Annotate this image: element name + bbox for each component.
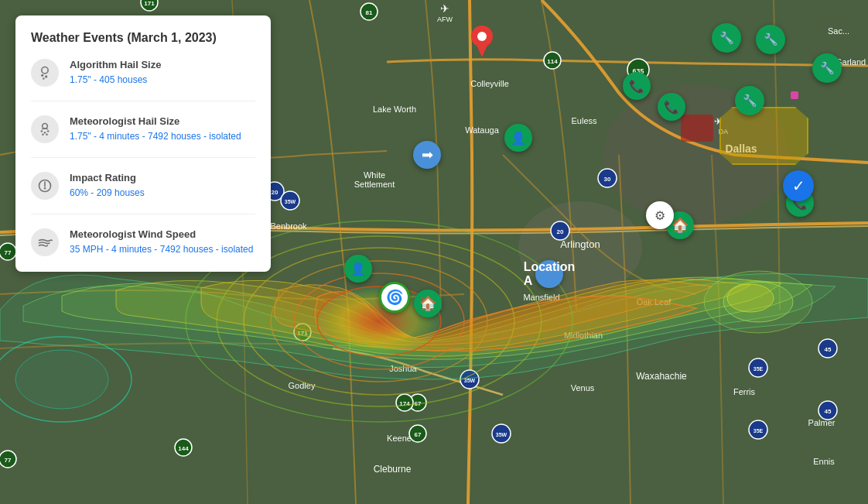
svg-point-92: [727, 284, 774, 312]
svg-point-101: [41, 130, 43, 132]
panel-title: Weather Events (March 1, 2023): [31, 31, 255, 45]
impact-rating-label: Impact Rating: [70, 172, 145, 183]
svg-point-98: [45, 75, 47, 77]
svg-point-105: [46, 133, 48, 135]
svg-marker-95: [476, 43, 488, 57]
svg-point-104: [42, 133, 44, 135]
svg-point-99: [43, 77, 45, 80]
wind-speed-content: Meteorologist Wind Speed 35 MPH - 4 minu…: [70, 228, 253, 256]
svg-point-82: [15, 350, 108, 409]
impact-rating-value: 60% - 209 houses: [70, 186, 145, 200]
impact-rating-item: Impact Rating 60% - 209 houses: [31, 172, 255, 214]
location-a-marker[interactable]: Location A: [535, 260, 563, 288]
direction-marker[interactable]: ➡: [413, 141, 441, 169]
wind-speed-value: 35 MPH - 4 minutes - 7492 houses - isola…: [70, 242, 253, 256]
algorithm-hail-value: 1.75" - 405 houses: [70, 73, 161, 87]
person-marker-2[interactable]: 👤: [344, 255, 372, 283]
meteorologist-hail-icon: [31, 115, 59, 143]
svg-point-108: [44, 187, 46, 190]
algorithm-hail-label: Algorithm Hail Size: [70, 59, 161, 70]
event-location-marker[interactable]: [470, 25, 494, 60]
algorithm-hail-item: Algorithm Hail Size 1.75" - 405 houses: [31, 59, 255, 101]
wind-speed-item: Meteorologist Wind Speed 35 MPH - 4 minu…: [31, 228, 255, 256]
algorithm-hail-content: Algorithm Hail Size 1.75" - 405 houses: [70, 59, 161, 87]
person-marker-1[interactable]: 👤: [504, 124, 532, 152]
service-phone-marker-2[interactable]: 📞: [658, 93, 685, 121]
wind-speed-label: Meteorologist Wind Speed: [70, 228, 253, 240]
svg-point-103: [47, 130, 50, 132]
svg-point-102: [44, 132, 46, 134]
meteorologist-hail-label: Meteorologist Hail Size: [70, 115, 241, 127]
info-panel: Weather Events (March 1, 2023) Algorithm…: [15, 15, 271, 272]
svg-point-96: [42, 67, 48, 74]
neutral-marker[interactable]: ⚙: [646, 201, 674, 229]
service-truck-marker-1[interactable]: 🔧: [712, 23, 741, 53]
hail-icon: [31, 59, 59, 87]
storm-center-marker[interactable]: 🌀: [379, 282, 410, 313]
service-phone-marker-1[interactable]: 📞: [623, 72, 651, 100]
meteorologist-hail-content: Meteorologist Hail Size 1.75" - 4 minute…: [70, 115, 241, 143]
verified-marker[interactable]: ✓: [783, 170, 814, 201]
service-truck-marker-3[interactable]: 🔧: [735, 86, 764, 115]
meteorologist-hail-item: Meteorologist Hail Size 1.75" - 4 minute…: [31, 115, 255, 158]
service-truck-marker-2[interactable]: 🔧: [756, 25, 785, 54]
map-container: 635 30 35W 81 67 67 35W 174 45 45 35E 3: [0, 0, 868, 504]
house-marker-2[interactable]: 🏠: [414, 290, 442, 317]
dallas-highlight-region: [719, 107, 808, 165]
red-alert-region: [681, 115, 713, 142]
impact-rating-content: Impact Rating 60% - 209 houses: [70, 172, 145, 200]
svg-point-97: [41, 74, 43, 77]
meteorologist-hail-value: 1.75" - 4 minutes - 7492 houses - isolat…: [70, 129, 241, 143]
svg-point-100: [43, 124, 48, 129]
svg-point-94: [477, 32, 487, 41]
wind-icon: [31, 228, 59, 256]
service-truck-marker-4[interactable]: 🔧: [812, 53, 842, 83]
impact-icon: [31, 172, 59, 200]
